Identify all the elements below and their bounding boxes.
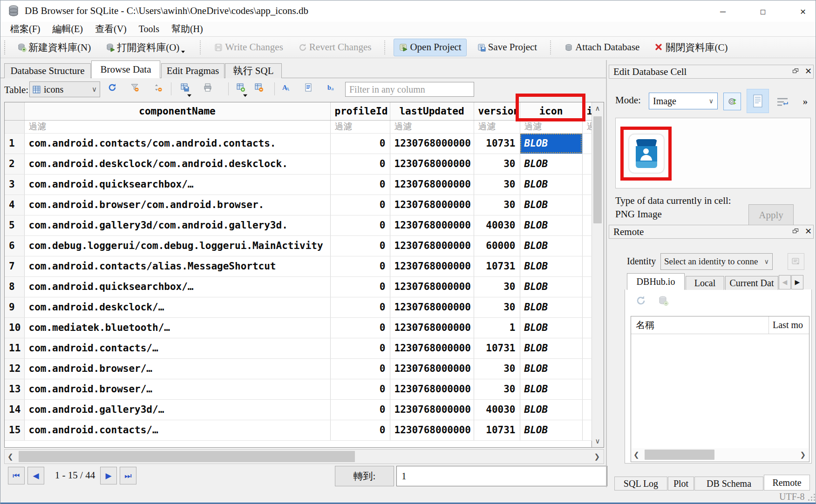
cell-componentname[interactable]: com.android.quicksearchbox/… — [24, 276, 330, 297]
cell-version[interactable]: 40030 — [474, 215, 520, 235]
column-header-updated[interactable]: lastUpdated — [390, 102, 474, 120]
column-header-clip[interactable]: ic — [582, 102, 592, 120]
dropdown-arrow-icon[interactable] — [187, 94, 192, 98]
cell-profileid[interactable]: 0 — [330, 379, 390, 399]
dropdown-arrow-icon[interactable] — [180, 49, 187, 55]
cell-componentname[interactable]: com.debug.loggerui/com.debug.loggerui.Ma… — [24, 235, 330, 256]
cell-profileid[interactable]: 0 — [330, 174, 390, 195]
column-header-component[interactable]: componentName — [24, 102, 330, 120]
name-column-header[interactable]: 名稱 — [631, 316, 769, 334]
open-database-button[interactable]: 打開資料庫(O) — [101, 39, 191, 56]
cell-profileid[interactable]: 0 — [330, 399, 390, 420]
cell-icon-blob[interactable]: BLOB — [520, 235, 582, 256]
table-selector[interactable]: icons ∨ — [29, 81, 100, 97]
cell-componentname[interactable]: com.android.browser/… — [24, 379, 330, 399]
first-page-button[interactable]: ⏮ — [8, 467, 25, 484]
dock-tab-sql-log[interactable]: SQL Log — [614, 477, 667, 491]
cell-lastupdated[interactable]: 1230768000000 — [390, 133, 474, 154]
cell-version[interactable]: 30 — [474, 276, 520, 297]
cell-profileid[interactable]: 0 — [330, 256, 390, 276]
row-number[interactable]: 8 — [5, 276, 24, 297]
cell-componentname[interactable]: com.android.gallery3d/… — [24, 399, 330, 420]
word-wrap-button[interactable] — [775, 95, 789, 108]
close-dock-icon[interactable]: ✕ — [805, 67, 813, 75]
cell-lastupdated[interactable]: 1230768000000 — [390, 256, 474, 276]
save-table-icon[interactable] — [180, 83, 191, 94]
remote-list-horizontal-scrollbar[interactable]: ❮ ❯ — [632, 448, 809, 461]
float-dock-icon[interactable] — [793, 68, 801, 76]
row-number[interactable]: 3 — [5, 174, 24, 195]
delete-record-icon[interactable] — [254, 83, 265, 94]
remote-clone-db-icon[interactable] — [658, 295, 669, 306]
cell-profileid[interactable]: 0 — [330, 195, 390, 215]
horizontal-scroll-thumb[interactable] — [645, 450, 714, 460]
tab-scroll-left-icon[interactable]: ◀ — [779, 275, 791, 289]
row-number[interactable]: 6 — [5, 235, 24, 256]
menu-item-tools[interactable]: Tools — [133, 24, 165, 34]
cell-icon-blob[interactable]: BLOB — [520, 297, 582, 317]
cell-icon-blob[interactable]: BLOB — [520, 154, 582, 174]
cell-version[interactable]: 30 — [474, 297, 520, 317]
column-filter-input[interactable]: 過濾 — [24, 120, 330, 133]
cell-clipped[interactable] — [582, 317, 592, 338]
cell-lastupdated[interactable]: 1230768000000 — [390, 215, 474, 235]
filter-any-column-input[interactable] — [345, 82, 474, 97]
menu-item-e[interactable]: 編輯(E) — [46, 23, 89, 35]
cell-componentname[interactable]: com.android.contacts/alias.MessageShortc… — [24, 256, 330, 276]
cell-version[interactable]: 60000 — [474, 235, 520, 256]
cell-profileid[interactable]: 0 — [330, 276, 390, 297]
remote-tab-dbhub-io[interactable]: DBHub.io — [627, 273, 685, 290]
cell-componentname[interactable]: com.android.gallery3d/com.android.galler… — [24, 215, 330, 235]
column-filter-input[interactable]: 過濾 — [390, 120, 474, 133]
scroll-right-icon[interactable]: ❯ — [800, 450, 806, 459]
cell-icon-blob[interactable]: BLOB — [520, 215, 582, 235]
cell-lastupdated[interactable]: 1230768000000 — [390, 338, 474, 358]
menu-item-h[interactable]: 幫助(H) — [165, 23, 209, 35]
dock-tab-db-schema[interactable]: DB Schema — [694, 477, 763, 491]
cell-lastupdated[interactable]: 1230768000000 — [390, 235, 474, 256]
cell-clipped[interactable] — [582, 358, 592, 379]
mode-dropdown[interactable]: Image ∨ — [649, 93, 718, 109]
cell-icon-blob[interactable]: BLOB — [520, 420, 582, 440]
cell-componentname[interactable]: com.android.deskclock/com.android.deskcl… — [24, 154, 330, 174]
dock-divider[interactable] — [606, 60, 607, 487]
horizontal-scroll-thumb[interactable] — [19, 451, 355, 462]
grid-vertical-scrollbar[interactable]: ∧ ∨ — [592, 102, 604, 448]
cell-clipped[interactable] — [582, 276, 592, 297]
cell-version[interactable]: 10731 — [474, 420, 520, 440]
row-number[interactable]: 14 — [5, 399, 24, 420]
dock-tab-remote[interactable]: Remote — [764, 475, 810, 491]
cell-profileid[interactable]: 0 — [330, 420, 390, 440]
font-icon[interactable]: AA — [281, 83, 292, 94]
cell-clipped[interactable] — [582, 338, 592, 358]
goto-row-input[interactable] — [396, 466, 607, 486]
tab-database-structure[interactable]: Database Structure — [4, 63, 91, 78]
next-page-button[interactable]: ▶ — [100, 467, 117, 484]
cell-componentname[interactable]: com.android.quicksearchbox/… — [24, 174, 330, 195]
cell-clipped[interactable] — [582, 174, 592, 195]
cell-componentname[interactable]: com.android.browser/… — [24, 358, 330, 379]
cell-profileid[interactable]: 0 — [330, 215, 390, 235]
cell-componentname[interactable]: com.android.contacts/… — [24, 338, 330, 358]
cell-version[interactable]: 10731 — [474, 338, 520, 358]
cell-componentname[interactable]: com.mediatek.bluetooth/… — [24, 317, 330, 338]
cell-profileid[interactable]: 0 — [330, 154, 390, 174]
cell-lastupdated[interactable]: 1230768000000 — [390, 420, 474, 440]
refresh-icon[interactable] — [108, 83, 119, 94]
row-number[interactable]: 12 — [5, 358, 24, 379]
cell-icon-blob[interactable]: BLOB — [520, 195, 582, 215]
new-database-button[interactable]: 新建資料庫(N) — [13, 39, 95, 56]
cell-version[interactable]: 30 — [474, 379, 520, 399]
cell-clipped[interactable] — [582, 420, 592, 440]
prev-page-button[interactable]: ◀ — [27, 467, 44, 484]
cell-icon-blob[interactable]: BLOB — [520, 358, 582, 379]
cell-icon-blob[interactable]: BLOB — [520, 317, 582, 338]
cell-icon-blob[interactable]: BLOB — [520, 379, 582, 399]
insert-record-icon[interactable] — [236, 83, 247, 94]
scroll-down-icon[interactable]: ∨ — [593, 437, 602, 445]
minimize-button[interactable]: — — [712, 3, 734, 19]
cell-componentname[interactable]: com.android.browser/com.android.browser. — [24, 195, 330, 215]
encoding-doc-icon[interactable] — [304, 83, 315, 94]
column-filter-input[interactable]: 過濾 — [330, 120, 390, 133]
scroll-right-icon[interactable]: ❯ — [594, 452, 600, 461]
